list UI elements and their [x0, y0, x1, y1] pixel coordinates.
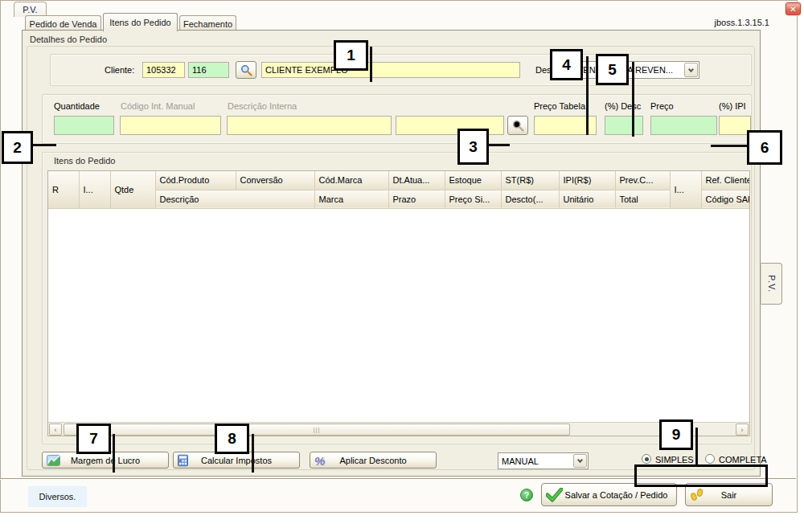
detalhes-groupbox: Cliente: Destino: VENDA PARA REVEN...	[27, 46, 755, 470]
radio-completa[interactable]	[705, 454, 715, 464]
preco-tabela-label: Preço Tabela	[534, 101, 585, 111]
preco-field[interactable]	[650, 116, 717, 135]
detalhes-group-title: Detalhes do Pedido	[30, 35, 107, 44]
callout-2-line	[33, 144, 56, 146]
diversos-text: Diversos.	[39, 492, 76, 501]
col-cod-produto[interactable]: Cód.Produto	[155, 171, 236, 190]
callout-5: 5	[596, 54, 629, 85]
callout-8-line	[252, 434, 254, 473]
col-descto[interactable]: Descto(...	[501, 190, 559, 208]
col-st[interactable]: ST(R$)	[501, 171, 559, 190]
cliente-nome-field[interactable]	[261, 62, 520, 78]
itens-table-header: R I... Qtde Cód.Produto Conversão Cód.Ma…	[48, 171, 750, 209]
scroll-right-button[interactable]: ›	[736, 424, 749, 436]
tab-itens-do-pedido[interactable]: Itens do Pedido	[103, 13, 178, 31]
tab-pedido-de-venda[interactable]: Pedido de Venda	[25, 15, 101, 31]
side-tab-pv[interactable]: P.V.	[761, 263, 782, 305]
scroll-thumb-grip: |||	[313, 426, 320, 433]
calcular-impostos-button[interactable]: Calcular Impostos	[173, 452, 300, 469]
scroll-right-icon: ›	[741, 426, 744, 434]
callout-2: 2	[2, 131, 33, 164]
radio-simples[interactable]	[642, 454, 651, 464]
col-descricao[interactable]: Descrição	[155, 190, 314, 208]
col-prev[interactable]: Prev.C...	[615, 171, 670, 190]
check-icon	[546, 488, 563, 502]
margem-de-lucro-button[interactable]: Margem de Lucro	[42, 452, 169, 469]
itens-table-body-empty	[48, 209, 749, 423]
col-unitario[interactable]: Unitário	[559, 190, 615, 208]
col-r[interactable]: R	[48, 171, 79, 208]
col-total[interactable]: Total	[615, 190, 670, 208]
descricao-interna-field[interactable]	[227, 116, 392, 135]
produto-search-button[interactable]	[507, 116, 528, 135]
calculator-icon	[178, 454, 188, 466]
perc-desc-field[interactable]	[605, 116, 643, 135]
itens-table: R I... Qtde Cód.Produto Conversão Cód.Ma…	[47, 170, 750, 436]
callout-9-line	[695, 428, 698, 464]
aplicar-desconto-button[interactable]: % Aplicar Desconto	[310, 452, 437, 469]
callout-7: 7	[76, 424, 111, 454]
col-ipi[interactable]: IPI(R$)	[559, 171, 615, 190]
callout-5-line	[632, 62, 634, 137]
col-marca[interactable]: Marca	[314, 190, 388, 208]
callout-4: 4	[550, 49, 583, 80]
chevron-down-icon	[577, 457, 583, 463]
col-preco-si[interactable]: Preço Si...	[445, 190, 501, 208]
button-label: Sair	[721, 490, 737, 500]
percent-icon: %	[314, 453, 325, 467]
close-button[interactable]: ✕	[786, 2, 801, 15]
quantidade-field[interactable]	[54, 116, 114, 135]
callout-8: 8	[215, 424, 249, 454]
profit-chart-icon	[47, 455, 60, 466]
pv-window: P.V. ✕ Pedido de Venda Itens do Pedido F…	[0, 0, 804, 532]
descricao-interna-label: Descrição Interna	[228, 101, 297, 111]
perc-desc-label: (%) Desc	[605, 101, 641, 111]
codigo-int-manual-field[interactable]	[120, 116, 221, 135]
scroll-left-button[interactable]: ‹	[49, 424, 62, 436]
scroll-left-icon: ‹	[55, 426, 57, 434]
col-codigo-sap[interactable]: Código SAP	[701, 190, 750, 208]
col-dt-atua[interactable]: Dt.Atua...	[388, 171, 445, 190]
perc-ipi-field[interactable]	[719, 116, 751, 135]
help-icon: ?	[524, 491, 529, 500]
horizontal-scrollbar[interactable]: ‹ ||| ›	[48, 422, 749, 436]
help-button[interactable]: ?	[520, 489, 533, 501]
col-estoque[interactable]: Estoque	[445, 171, 501, 190]
tab-label: Fechamento	[183, 19, 232, 29]
radio-completa-label[interactable]: COMPLETA	[719, 455, 767, 464]
item-entry-panel: Quantidade Código Int. Manual Descrição …	[42, 94, 752, 144]
col-i[interactable]: I...	[79, 171, 110, 208]
scroll-thumb[interactable]: |||	[64, 424, 570, 436]
button-label: Aplicar Desconto	[339, 456, 406, 465]
callout-1-line	[370, 47, 372, 82]
modo-dropdown-button[interactable]	[573, 454, 587, 468]
col-ref-cliente[interactable]: Ref. Cliente	[701, 171, 750, 190]
callout-3: 3	[457, 129, 489, 165]
destino-dropdown-button[interactable]	[684, 63, 698, 77]
callout-9: 9	[659, 419, 693, 450]
col-cod-marca[interactable]: Cód.Marca	[314, 171, 388, 190]
col-conversao[interactable]: Conversão	[236, 171, 314, 190]
callout-4-line	[586, 56, 589, 135]
tab-label: Pedido de Venda	[30, 19, 97, 29]
cliente-codigo-field[interactable]	[142, 62, 185, 78]
window-tab-label: P.V.	[23, 5, 37, 14]
col-prazo[interactable]: Prazo	[388, 190, 445, 208]
destino-combobox[interactable]: VENDA PARA REVEN...	[573, 61, 699, 79]
side-tab-label: P.V.	[767, 275, 777, 293]
cliente-label: Cliente:	[105, 65, 134, 75]
search-icon	[240, 64, 252, 76]
itens-group-title: Itens do Pedido	[54, 156, 115, 166]
chevron-down-icon	[688, 66, 694, 72]
tab-fechamento[interactable]: Fechamento	[179, 15, 236, 31]
tab-content-panel: Detalhes do Pedido Cliente: Destino:	[22, 30, 761, 477]
cliente-loja-field[interactable]	[188, 62, 229, 78]
footprints-icon	[690, 488, 704, 502]
cliente-search-button[interactable]	[236, 61, 256, 79]
quantidade-label: Quantidade	[54, 101, 100, 111]
col-i2[interactable]: I...	[670, 171, 701, 208]
callout-9-highlight-box	[634, 464, 768, 487]
modo-combobox[interactable]: MANUAL	[498, 452, 589, 469]
radio-simples-label[interactable]: SIMPLES	[655, 455, 694, 464]
col-qtde[interactable]: Qtde	[110, 171, 155, 208]
